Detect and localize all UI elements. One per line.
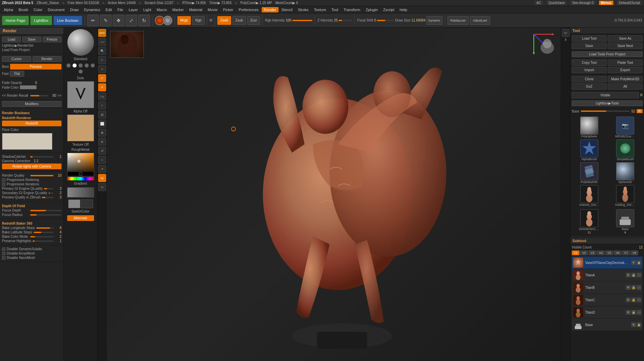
subtool-item-vase[interactable]: VaseOfTitansClayDecimated_v... 👁 🔒	[572, 257, 643, 269]
nav-cube[interactable]	[530, 31, 557, 58]
mrgb-btn[interactable]: Mrgb	[177, 16, 191, 25]
aahalf-icon[interactable]: ½	[98, 65, 106, 73]
solo-icon[interactable]: So	[98, 183, 106, 191]
subtool-tab-v2[interactable]: V2	[580, 251, 588, 255]
mesh-item-sphere3d[interactable]: Sphere3D	[608, 162, 643, 184]
preview-btn[interactable]: Preview	[10, 64, 61, 70]
menu-picker[interactable]: Picker	[221, 7, 236, 12]
gradient-swatch[interactable]	[67, 187, 94, 197]
rgb-intensity-slider[interactable]	[292, 20, 312, 21]
shadow-catcher-slider[interactable]	[30, 156, 53, 157]
alpha-preview[interactable]	[67, 81, 94, 108]
polyf-icon[interactable]: P	[98, 101, 106, 109]
dynamic-icon[interactable]: Dy	[98, 174, 106, 182]
zoom3d-icon[interactable]: ⊕	[98, 138, 106, 146]
subtool-lock-base[interactable]: 🔒	[637, 322, 641, 327]
export-btn[interactable]: Export	[608, 67, 643, 73]
mesh-item-base[interactable]: Base 6	[608, 209, 643, 234]
bake-longitude-slider[interactable]	[36, 227, 53, 229]
base-r-btn[interactable]: R	[637, 109, 643, 113]
mesh-item-polysphere[interactable]: PolySphere	[572, 117, 607, 138]
all-btn[interactable]: All	[608, 83, 643, 90]
menu-brush[interactable]: Brush	[16, 7, 31, 12]
menu-preferences[interactable]: Preferences	[236, 7, 261, 12]
menu-transform[interactable]: Transform	[341, 7, 363, 12]
subtool-item-titana[interactable]: TitanA 👁 🔒 ⋯	[572, 269, 643, 281]
freeze-btn[interactable]: Freeze	[43, 37, 61, 42]
progressive-iter-checkbox[interactable]	[2, 183, 5, 186]
subtool-lock-titanb[interactable]: 🔒	[631, 285, 636, 290]
menu-movie[interactable]: Movie	[205, 7, 220, 12]
color-gradient-area[interactable]	[67, 153, 94, 176]
mesh-item-holding[interactable]: holding_v02Low	[608, 185, 643, 207]
render-recall-slider[interactable]	[30, 95, 48, 96]
save-next-btn[interactable]: Save Next	[608, 43, 643, 49]
progressive-checkbox[interactable]	[2, 178, 5, 182]
focus-depth-slider[interactable]	[30, 210, 61, 211]
menu-document[interactable]: Document	[45, 7, 67, 12]
base-slider[interactable]	[581, 110, 630, 112]
preview-quality-slider[interactable]	[42, 197, 53, 198]
menus-btn[interactable]: Menus	[599, 1, 614, 5]
menu-file[interactable]: File	[115, 7, 126, 12]
subtool-item-titanb[interactable]: TitanB 👁 🔒 ⋯	[572, 281, 643, 294]
subtool-lock-titanc[interactable]: 🔒	[631, 298, 636, 302]
menu-material[interactable]: Material	[187, 7, 205, 12]
menu-draw[interactable]: Draw	[68, 7, 81, 12]
zoom-icon[interactable]: 🔍	[98, 47, 106, 55]
subtool-eye-titand[interactable]: 👁	[626, 310, 631, 315]
primary-gi-slider[interactable]	[44, 188, 53, 189]
zsub-btn[interactable]: Zsub	[232, 16, 246, 25]
subtool-eye-titana[interactable]: 👁	[626, 273, 631, 277]
menu-layer[interactable]: Layer	[126, 7, 140, 12]
zadd-btn[interactable]: Zadd	[217, 16, 231, 25]
actual-icon[interactable]: ⊡	[98, 56, 106, 64]
rgb-btn[interactable]: Rgb	[192, 16, 204, 25]
secondary-gi-slider[interactable]	[49, 192, 53, 194]
subtool-eye-titanc[interactable]: 👁	[626, 298, 631, 302]
copy-tool-btn[interactable]: Copy Tool	[572, 59, 607, 66]
modifiers-btn[interactable]: Modifiers	[2, 101, 61, 107]
mesh-item-donnie[interactable]: DonnieYen11(De... 11	[572, 209, 607, 234]
preserve-slider[interactable]	[33, 240, 53, 242]
disable-dynamic-checkbox[interactable]	[2, 247, 5, 251]
subtool-lock-titana[interactable]: 🔒	[631, 273, 636, 277]
subtool-tab-v8[interactable]: V8	[631, 251, 638, 255]
focus-radius-slider[interactable]	[30, 214, 61, 216]
subtool-lock-vase[interactable]: 🔒	[637, 260, 641, 265]
make-polymesh-btn[interactable]: Make PolyMesh3D	[608, 76, 643, 82]
menu-stroke[interactable]: Stroke	[296, 7, 311, 12]
stroke-dot-4[interactable]	[85, 63, 89, 67]
dynamic-btn[interactable]: Dynamic	[426, 16, 442, 25]
default2script[interactable]: Default2Script	[617, 1, 642, 5]
mesh-item-simplebrush[interactable]: SimpleBrush	[608, 139, 643, 161]
menu-render[interactable]: Render	[262, 7, 278, 12]
see-through[interactable]: See-through 0	[570, 1, 595, 5]
load-btn[interactable]: Load	[2, 37, 21, 42]
subtool-extra-titanc[interactable]: ⋯	[637, 298, 641, 302]
menu-edit[interactable]: Edit	[103, 7, 114, 12]
lightbox-tools-btn[interactable]: Lightbox▶Tools	[572, 100, 643, 106]
replay-last-btn[interactable]: ReplayLast	[447, 16, 469, 25]
mesh-item-artemis[interactable]: Artemis_Greyho...	[572, 185, 607, 207]
transp-icon[interactable]: ◈	[98, 165, 106, 173]
save-btn[interactable]: Save	[22, 37, 41, 42]
subtool-tab-v3[interactable]: V3	[589, 251, 596, 255]
subtool-item-base[interactable]: Base 👁 🔒	[572, 319, 643, 331]
bpr-icon[interactable]: BPR	[98, 29, 106, 37]
subtool-eye-vase[interactable]: 👁	[631, 260, 636, 265]
subtool-lock-titand[interactable]: 🔒	[631, 310, 636, 315]
edit-icon[interactable]: ✏	[87, 15, 99, 26]
live-boolean-btn[interactable]: Live Boolean	[53, 16, 82, 25]
save-as-btn[interactable]: Save As	[608, 35, 643, 42]
mesh-item-polymesh3d[interactable]: PolyMesh3D	[572, 162, 607, 184]
flat-btn[interactable]: Flat	[10, 71, 24, 77]
redshift-btn[interactable]: Redshift	[2, 121, 61, 126]
subtool-tab-v5[interactable]: V5	[605, 251, 613, 255]
fade-color-swatch[interactable]	[20, 85, 37, 89]
frame-icon[interactable]: ⬜	[98, 120, 106, 128]
menu-color[interactable]: Color	[31, 7, 45, 12]
quick-save-btn[interactable]: QuickSave	[547, 1, 567, 5]
menu-marker[interactable]: Marker	[170, 7, 186, 12]
disable-nano-checkbox[interactable]	[2, 256, 5, 260]
